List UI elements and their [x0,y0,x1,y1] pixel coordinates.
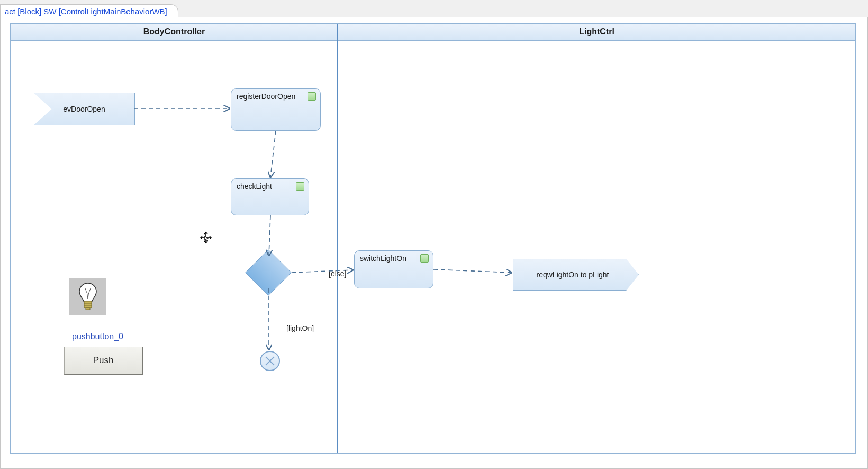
svg-rect-1 [84,303,92,305]
svg-rect-2 [84,305,92,308]
pushbutton-label: pushbutton_0 [72,332,123,341]
diagram-tab[interactable]: act [Block] SW [ControlLightMainBehavior… [0,4,178,17]
action-checklight[interactable]: checkLight [231,178,309,215]
flow-final-node[interactable] [260,351,280,371]
lightbulb-icon [77,282,98,311]
structured-activity-icon [420,254,429,263]
structured-activity-icon [296,182,304,191]
swimlane-container: BodyController evDoorOpen registerDoorOp… [10,23,856,454]
swimlane-bodycontroller: BodyController evDoorOpen registerDoorOp… [11,24,338,453]
action-label: checkLight [237,182,303,191]
move-cursor-icon [200,231,212,244]
send-signal-label: reqwLightOn to pLight [537,270,609,279]
swimlane-body-left: evDoorOpen registerDoorOpen checkLight [11,40,337,453]
structured-activity-icon [308,92,316,101]
diagram-canvas[interactable]: BodyController evDoorOpen registerDoorOp… [0,17,868,469]
action-switchlighton[interactable]: switchLightOn [354,250,433,288]
push-button-text: Push [93,355,114,366]
action-registerdooropen[interactable]: registerDoorOpen [231,88,321,131]
guard-lighton: [lightOn] [286,324,314,332]
action-label: switchLightOn [360,254,428,263]
decision-node[interactable] [244,257,293,288]
decision-shape [245,249,292,296]
swimlane-header-left[interactable]: BodyController [11,24,337,41]
push-button[interactable]: Push [64,347,143,375]
accept-event-evdooropen[interactable]: evDoorOpen [33,93,135,125]
swimlane-body-right: switchLightOn reqwLightOn to pLight [338,40,855,453]
lightbulb-indicator [69,278,106,315]
swimlane-header-right[interactable]: LightCtrl [338,24,855,41]
diagram-tab-label: act [Block] SW [ControlLightMainBehavior… [5,7,167,16]
action-label: registerDoorOpen [237,92,315,101]
svg-rect-0 [84,301,92,303]
svg-rect-3 [86,308,90,310]
send-signal-reqwlighton[interactable]: reqwLightOn to pLight [513,259,639,291]
accept-event-label: evDoorOpen [63,105,105,113]
swimlane-lightctrl: LightCtrl switchLightOn reqwLightOn to p… [338,24,855,453]
